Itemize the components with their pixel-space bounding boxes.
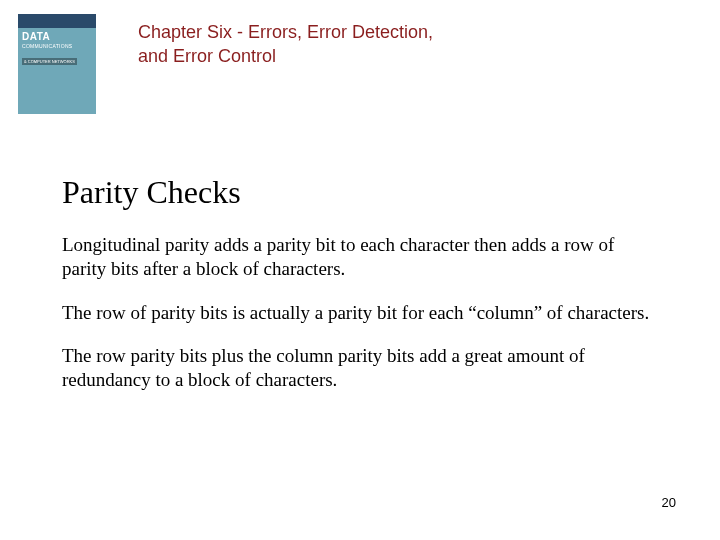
slide-heading: Parity Checks [62, 174, 658, 211]
book-cover-subtitle2: & COMPUTER NETWORKS [22, 58, 77, 65]
chapter-title: Chapter Six - Errors, Error Detection, a… [138, 20, 438, 69]
book-cover-thumbnail: DATA COMMUNICATIONS & COMPUTER NETWORKS [18, 14, 96, 114]
slide-header: DATA COMMUNICATIONS & COMPUTER NETWORKS … [0, 0, 720, 114]
book-cover-text: DATA COMMUNICATIONS & COMPUTER NETWORKS [22, 32, 92, 67]
page-number: 20 [662, 495, 676, 510]
book-cover-title: DATA [22, 32, 92, 42]
paragraph: The row of parity bits is actually a par… [62, 301, 658, 325]
slide-content: Parity Checks Longitudinal parity adds a… [0, 114, 720, 392]
paragraph: Longitudinal parity adds a parity bit to… [62, 233, 658, 281]
book-cover-top-bar [18, 14, 96, 28]
book-cover-subtitle1: COMMUNICATIONS [22, 43, 92, 49]
paragraph: The row parity bits plus the column pari… [62, 344, 658, 392]
